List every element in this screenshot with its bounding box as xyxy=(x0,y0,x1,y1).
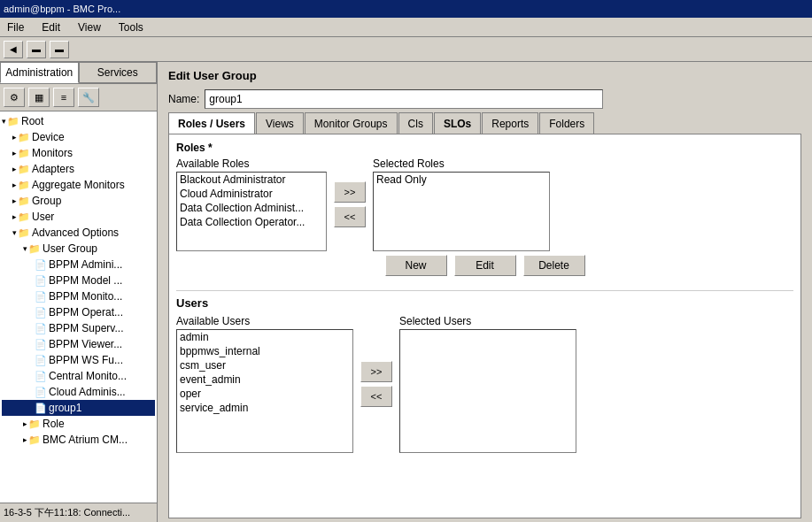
available-user-item[interactable]: service_admin xyxy=(177,401,352,415)
tree-label-cloud-adminis: Cloud Adminis... xyxy=(49,386,126,398)
selected-roles-label: Selected Roles xyxy=(373,157,550,170)
users-add-btn[interactable]: >> xyxy=(360,361,392,382)
tab-reports[interactable]: Reports xyxy=(482,112,538,134)
tab-administration[interactable]: Administration xyxy=(0,62,79,83)
toolbar: ◀ ▬ ▬ xyxy=(0,37,812,62)
tree-label-device: Device xyxy=(32,131,65,143)
form-header: Edit User Group xyxy=(158,62,812,86)
tree-label-bppm-wsfu: BPPM WS Fu... xyxy=(49,354,123,366)
tab-folders[interactable]: Folders xyxy=(539,112,594,134)
tree-item-bppm-viewer[interactable]: 📄 BPPM Viewer... xyxy=(2,336,155,352)
toolbar-btn-1[interactable]: ◀ xyxy=(4,41,23,58)
available-user-item[interactable]: admin xyxy=(177,330,352,344)
tab-views[interactable]: Views xyxy=(256,112,304,134)
tree-item-bppm-model[interactable]: 📄 BPPM Model ... xyxy=(2,273,155,288)
tree-item-role[interactable]: ▸ 📁 Role xyxy=(2,416,155,432)
tab-services[interactable]: Services xyxy=(79,62,158,83)
selected-roles-container: Selected Roles Read Only xyxy=(373,157,550,251)
edit-btn[interactable]: Edit xyxy=(454,255,516,276)
tree-item-bppm-monito[interactable]: 📄 BPPM Monito... xyxy=(2,288,155,304)
tree-item-bppm-wsfu[interactable]: 📄 BPPM WS Fu... xyxy=(2,352,155,368)
toolbar-btn-3[interactable]: ▬ xyxy=(50,41,69,58)
tree-icon-bppm-model: 📄 xyxy=(35,275,47,287)
available-user-item[interactable]: csm_user xyxy=(177,358,352,372)
available-user-item[interactable]: event_admin xyxy=(177,372,352,387)
expand-icon-bmc-atrium[interactable]: ▸ xyxy=(23,435,27,444)
tree-label-bppm-admin: BPPM Admini... xyxy=(49,258,122,271)
new-btn[interactable]: New xyxy=(385,255,447,276)
menu-view[interactable]: View xyxy=(74,19,104,35)
tree-item-user-group[interactable]: ▾ 📁 User Group xyxy=(2,241,155,257)
tree-item-bppm-superv[interactable]: 📄 BPPM Superv... xyxy=(2,320,155,336)
available-roles-label: Available Roles xyxy=(176,157,327,170)
available-role-item[interactable]: Data Collection Administ... xyxy=(177,201,326,215)
tree-label-central-monit: Central Monito... xyxy=(49,370,127,382)
menu-file[interactable]: File xyxy=(4,19,27,35)
gear-icon-btn[interactable]: ⚙ xyxy=(4,88,25,107)
expand-icon-group[interactable]: ▸ xyxy=(12,196,17,205)
expand-icon-advanced-options[interactable]: ▾ xyxy=(12,228,17,237)
expand-icon-root[interactable]: ▾ xyxy=(2,117,6,126)
roles-section: Roles * Available Roles Blackout Adminis… xyxy=(176,142,793,276)
available-role-item[interactable]: Data Collection Operator... xyxy=(177,215,326,229)
tree-item-root[interactable]: ▾ 📁 Root xyxy=(2,113,155,129)
available-users-list[interactable]: adminbppmws_internalcsm_userevent_admino… xyxy=(176,329,353,453)
tree-item-group[interactable]: ▸ 📁 Group xyxy=(2,193,155,209)
wrench-icon-btn[interactable]: 🔧 xyxy=(78,88,99,107)
tree-icon-root: 📁 xyxy=(7,116,19,127)
toolbar-btn-2[interactable]: ▬ xyxy=(27,41,46,58)
tab-cls[interactable]: Cls xyxy=(398,112,433,134)
name-input[interactable] xyxy=(205,89,603,109)
expand-icon-adapters[interactable]: ▸ xyxy=(12,165,17,173)
grid-icon-btn[interactable]: ▦ xyxy=(28,88,50,107)
tree-item-aggregate[interactable]: ▸ 📁 Aggregate Monitors xyxy=(2,177,155,193)
expand-icon-device[interactable]: ▸ xyxy=(12,133,17,142)
tab-bar: Roles / Users Views Monitor Groups Cls S… xyxy=(158,112,812,134)
tree-item-group1[interactable]: 📄 group1 xyxy=(2,400,155,416)
menu-tools[interactable]: Tools xyxy=(115,19,147,35)
expand-icon-aggregate[interactable]: ▸ xyxy=(12,180,17,189)
tab-slos[interactable]: SLOs xyxy=(434,112,481,134)
available-user-item[interactable]: oper xyxy=(177,387,352,401)
tab-monitor-groups[interactable]: Monitor Groups xyxy=(305,112,398,134)
available-role-item[interactable]: Blackout Administrator xyxy=(177,173,326,187)
available-users-container: Available Users adminbppmws_internalcsm_… xyxy=(176,315,353,453)
list-icon-btn[interactable]: ≡ xyxy=(53,88,74,107)
tree-label-bppm-superv: BPPM Superv... xyxy=(49,322,123,334)
tree-item-user[interactable]: ▸ 📁 User xyxy=(2,209,155,225)
delete-btn[interactable]: Delete xyxy=(523,255,585,276)
expand-icon-user[interactable]: ▸ xyxy=(12,212,17,221)
available-role-item[interactable]: Cloud Administrator xyxy=(177,187,326,201)
users-dual-list: Available Users adminbppmws_internalcsm_… xyxy=(176,315,793,453)
roles-add-btn[interactable]: >> xyxy=(334,181,366,203)
tree-item-bppm-admin[interactable]: 📄 BPPM Admini... xyxy=(2,257,155,273)
tree-item-cloud-adminis[interactable]: 📄 Cloud Adminis... xyxy=(2,384,155,400)
selected-roles-list[interactable]: Read Only xyxy=(373,172,550,251)
tree-label-role: Role xyxy=(43,418,65,430)
expand-icon-role[interactable]: ▸ xyxy=(23,419,27,428)
roles-remove-btn[interactable]: << xyxy=(334,206,366,227)
tree-icon-group1: 📄 xyxy=(35,403,47,414)
left-tab-bar: Administration Services xyxy=(0,62,157,84)
menu-edit[interactable]: Edit xyxy=(38,19,64,35)
expand-icon-monitors[interactable]: ▸ xyxy=(12,149,17,157)
selected-role-item[interactable]: Read Only xyxy=(374,173,549,187)
tree-item-bmc-atrium[interactable]: ▸ 📁 BMC Atrium CM... xyxy=(2,432,155,448)
users-section: Users Available Users adminbppmws_intern… xyxy=(176,287,793,453)
tree-label-user: User xyxy=(32,211,54,223)
tree-item-adapters[interactable]: ▸ 📁 Adapters xyxy=(2,161,155,177)
tree-item-device[interactable]: ▸ 📁 Device xyxy=(2,129,155,145)
available-roles-list[interactable]: Blackout AdministratorCloud Administrato… xyxy=(176,172,327,251)
tree-item-advanced-options[interactable]: ▾ 📁 Advanced Options xyxy=(2,225,155,241)
users-remove-btn[interactable]: << xyxy=(360,386,392,407)
expand-icon-user-group[interactable]: ▾ xyxy=(23,244,27,253)
tab-roles-users[interactable]: Roles / Users xyxy=(168,112,255,134)
tree-item-central-monit[interactable]: 📄 Central Monito... xyxy=(2,368,155,384)
selected-users-list[interactable] xyxy=(399,329,576,453)
available-user-item[interactable]: bppmws_internal xyxy=(177,344,352,358)
tree-label-bppm-viewer: BPPM Viewer... xyxy=(49,338,122,350)
roles-action-btns: New Edit Delete xyxy=(176,255,793,276)
tree-item-monitors[interactable]: ▸ 📁 Monitors xyxy=(2,145,155,161)
tree-icon-user-group: 📁 xyxy=(28,243,41,255)
tree-item-bppm-operat[interactable]: 📄 BPPM Operat... xyxy=(2,304,155,320)
